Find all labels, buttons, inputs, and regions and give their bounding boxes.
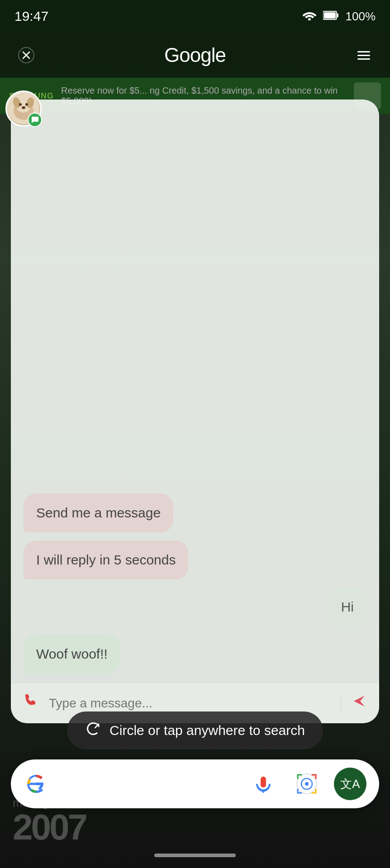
message-text-3: Hi [341,599,354,614]
message-text-4: Woof woof!! [36,646,108,661]
svg-point-10 [19,103,22,106]
close-button[interactable] [13,42,40,69]
menu-button[interactable] [350,42,377,69]
circle-search-icon [85,721,101,740]
svg-point-12 [22,106,25,109]
svg-point-11 [25,103,28,106]
message-bubble-4: Woof woof!! [24,635,120,674]
circle-search-text: Circle or tap anywhere to search [109,723,305,738]
status-bar: 19:47 100% [0,0,390,33]
svg-point-15 [305,782,309,786]
home-indicator [154,854,236,857]
phone-icon[interactable] [22,692,40,714]
avatar-bubble[interactable] [5,90,42,127]
year-text: 2007 [13,806,86,848]
mic-button[interactable] [247,768,280,800]
message-bubble-3: Hi [328,588,366,626]
lens-button[interactable] [290,768,323,800]
menu-line-3 [357,58,370,60]
google-search-bar: 文A [11,759,379,808]
chat-messages: Send me a message I will reply in 5 seco… [11,100,379,683]
svg-rect-2 [337,14,338,17]
translate-icon: 文A [340,776,360,792]
chat-badge-icon [28,113,42,127]
menu-line-1 [357,51,370,52]
google-logo-text: Google [164,44,226,66]
message-text-1: Send me a message [36,505,161,520]
message-bubble-2: I will reply in 5 seconds [24,541,188,579]
svg-rect-3 [324,12,336,19]
translate-button[interactable]: 文A [334,768,366,800]
battery-icon [323,9,339,24]
send-button[interactable] [350,692,368,714]
message-text-2: I will reply in 5 seconds [36,552,176,567]
top-bar: Google [0,33,390,78]
menu-line-2 [357,55,370,56]
status-time: 19:47 [14,9,48,24]
message-bubble-1: Send me a message [24,493,173,532]
wifi-icon [302,9,317,24]
input-divider [340,694,341,712]
svg-point-0 [308,18,311,20]
circle-search-pill[interactable]: Circle or tap anywhere to search [67,711,323,749]
chat-card: Send me a message I will reply in 5 seco… [11,100,379,723]
battery-percent: 100% [346,9,376,24]
chat-input-field[interactable] [49,696,331,711]
google-g-logo [24,771,49,797]
status-icons: 100% [302,9,376,24]
